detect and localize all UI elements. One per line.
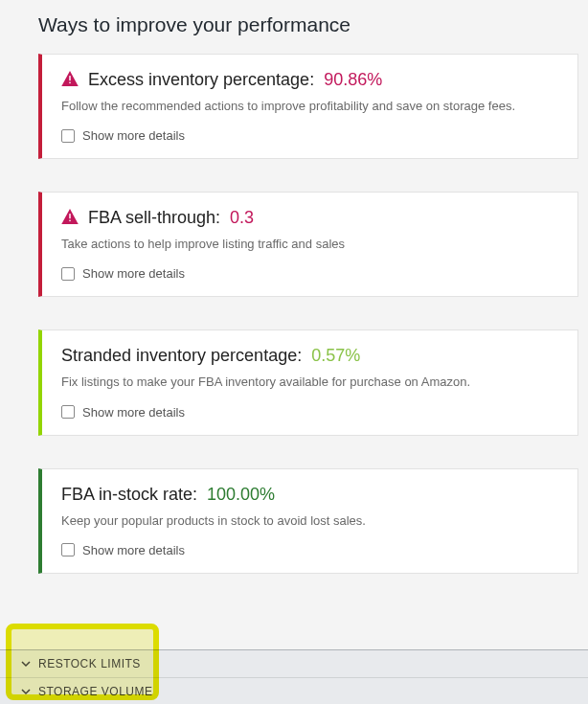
- metric-name: FBA in-stock rate:: [61, 485, 197, 505]
- metric-value: 0.3: [230, 208, 254, 228]
- bottom-panel: RESTOCK LIMITS STORAGE VOLUME: [0, 649, 588, 704]
- metric-name: Excess inventory percentage:: [88, 70, 314, 90]
- metric-value: 100.00%: [207, 485, 275, 505]
- show-more-checkbox[interactable]: [61, 267, 75, 281]
- show-more-checkbox[interactable]: [61, 405, 75, 419]
- warning-icon: [61, 71, 79, 86]
- show-more-toggle[interactable]: Show more details: [61, 543, 560, 557]
- card-fba-sell-through: FBA sell-through: 0.3 Take actions to he…: [38, 192, 578, 297]
- show-more-label: Show more details: [82, 266, 185, 281]
- metric-value: 90.86%: [324, 70, 382, 90]
- show-more-label: Show more details: [82, 543, 185, 557]
- svg-rect-1: [69, 82, 70, 83]
- metric-desc: Keep your popular products in stock to a…: [61, 512, 560, 530]
- bottom-row-label: RESTOCK LIMITS: [38, 657, 141, 670]
- show-more-toggle[interactable]: Show more details: [61, 128, 560, 143]
- svg-rect-3: [69, 220, 70, 221]
- card-fba-in-stock: FBA in-stock rate: 100.00% Keep your pop…: [38, 468, 578, 574]
- metric-desc: Follow the recommended actions to improv…: [61, 98, 560, 115]
- metric-name: Stranded inventory percentage:: [61, 346, 302, 366]
- show-more-toggle[interactable]: Show more details: [61, 405, 560, 420]
- warning-icon: [61, 209, 79, 224]
- chevron-down-icon: [21, 687, 31, 696]
- bottom-row-storage-volume[interactable]: STORAGE VOLUME: [0, 677, 588, 704]
- chevron-down-icon: [21, 659, 31, 669]
- show-more-toggle[interactable]: Show more details: [61, 266, 560, 281]
- bottom-row-label: STORAGE VOLUME: [38, 685, 152, 698]
- metric-desc: Take actions to help improve listing tra…: [61, 236, 560, 253]
- show-more-checkbox[interactable]: [61, 543, 75, 556]
- page-title: Ways to improve your performance: [38, 13, 578, 36]
- show-more-label: Show more details: [82, 405, 185, 420]
- svg-rect-0: [69, 76, 70, 80]
- metric-name: FBA sell-through:: [88, 208, 220, 228]
- card-excess-inventory: Excess inventory percentage: 90.86% Foll…: [38, 54, 578, 159]
- card-stranded-inventory: Stranded inventory percentage: 0.57% Fix…: [38, 329, 578, 435]
- svg-rect-2: [69, 214, 70, 218]
- metric-value: 0.57%: [311, 346, 360, 366]
- bottom-row-restock-limits[interactable]: RESTOCK LIMITS: [0, 650, 588, 677]
- metric-desc: Fix listings to make your FBA inventory …: [61, 374, 560, 391]
- show-more-label: Show more details: [82, 128, 185, 143]
- show-more-checkbox[interactable]: [61, 129, 75, 143]
